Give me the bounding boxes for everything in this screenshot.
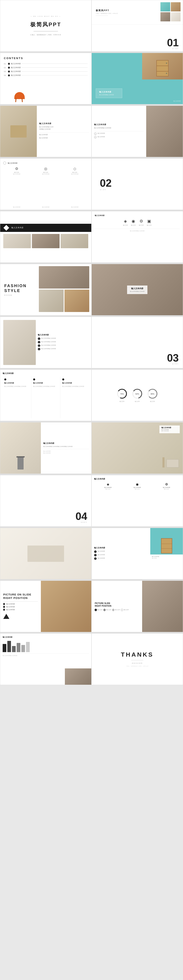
slide-bar-chart: 输入文本内容 输入文本内容输入文本内容 <box>0 633 92 685</box>
banner-text: 输入文本内容 <box>11 226 24 229</box>
diamond-icon-deco: ◇ <box>61 167 88 171</box>
slide-img-right-1: 输入文本内容 输入文本内容输入文本内容 1 输入文本内容 2 输入文本内容 <box>92 105 183 157</box>
fashion-left-area: FASHION STYLE 时尚风格 <box>0 264 37 315</box>
cover-main-title: 极简风PPT <box>30 21 62 28</box>
slide-picture-on-slide: PICTURE ON SLIDERIGHT POSITION 输入文本内容 输入… <box>0 581 92 632</box>
teal-cabinet-image <box>150 528 183 555</box>
slide-three-columns: 输入文本内容 输入文本内容 输入文本内容输入文本内容输入文本内容 输入文本内容 … <box>0 369 92 421</box>
thanks-divider <box>131 660 144 660</box>
cover-top-line: — WE LOVE WHAT WE DO — <box>30 16 61 17</box>
bar-1 <box>3 644 6 652</box>
slide-img-left-1: 输入文本内容 输入文本内容输入文本内容输入文本内容 输入文本内容 输入文本内容 <box>0 105 92 157</box>
fashion-sub: 时尚风格 <box>4 294 33 296</box>
bulb-icon: ◉ <box>131 219 136 224</box>
fashion-title: FASHION STYLE <box>4 283 33 293</box>
thanks-title: THANKS <box>121 651 154 658</box>
diamond-item-2 <box>103 608 106 611</box>
picture-slide-right-title: PICTURE SLIDERIGHT POSITION <box>95 602 139 607</box>
picture-img-area <box>41 581 91 632</box>
mini-sub: 汇报人：创意视觉设计 | 时间：XX年XX月 <box>96 13 118 14</box>
slide-chapter04: 04 第四章节 <box>0 475 92 527</box>
feature-icon-2: ◉ <box>123 482 151 486</box>
diamond-item-4 <box>121 608 123 611</box>
slide-office-overlay: 输入文本内容 输入文本内容 输入文本内容 <box>92 422 183 474</box>
contents-item-4: 04 输入文本内容 <box>4 74 88 76</box>
fashion-right-area <box>37 264 91 315</box>
office-image <box>0 106 37 157</box>
feature-icon-3: ⚙ <box>153 482 180 486</box>
bar-6 <box>26 642 30 652</box>
modern-image-2 <box>0 422 41 474</box>
slide-text-bullets: 输入文本内容 1 输入文本内容输入文本内容 2 输入文本内容输入文本内容 3 输… <box>0 317 92 368</box>
overlay-info-box: 输入文本内容 输入文本内容 输入文本内容 <box>159 425 180 433</box>
slide-chapter02: 02 第二章节 <box>92 158 183 210</box>
slide-thanks: THANKS 感谢您的观看 汇报人：创意视觉设计 | 时间：XX年XX月 <box>92 633 183 685</box>
feature-icon-1: ◈ <box>94 482 122 486</box>
thanks-sub: 感谢您的观看 <box>132 662 143 664</box>
bar-4 <box>17 643 21 652</box>
diamond-item-3 <box>112 608 115 611</box>
chapter03-num: 03 <box>167 353 179 363</box>
progress-circle-1: 75% <box>117 388 128 399</box>
slide-picture-slide-right: PICTURE SLIDERIGHT POSITION 输入文本 输入文本 输入… <box>92 581 183 632</box>
chapter02-num: 02 <box>100 178 112 188</box>
banner-diamond-icon <box>3 225 9 231</box>
slide-icons-1: 输入文本内容 ⚙ 输入文本 输入文本内容 ◎ 输入文本 输入文本内容 ◇ 输入文… <box>0 158 92 210</box>
slide-chapter01-intro: 极简风PPT 汇报人：创意视觉设计 | 时间：XX年XX月 01 第一章节 <box>92 0 183 52</box>
progress-circle-2: 62% <box>132 388 143 399</box>
chart-corner-image <box>65 668 91 685</box>
slide-right-image <box>142 581 183 632</box>
progress-circle-3: 80% <box>147 388 158 399</box>
thanks-extra: 汇报人：创意视觉设计 | 时间：XX年XX月 <box>126 665 148 667</box>
fashion-img-bottom-right <box>65 290 89 312</box>
bar-chart-area <box>3 640 89 652</box>
slide-teal-text: 输入文本内容 输入文本内容输入文本内容 输入文本内容 <box>92 53 183 104</box>
overlay-text-box: 输入文本内容 输入文本内容输入文本内容 <box>127 285 147 294</box>
gear-icon-2: ⚙ <box>139 219 144 224</box>
slide-img-left-2: 输入文本内容 输入文本内容输入文本内容输入文本内容输入文本内容 输入文本内容 输… <box>0 422 92 474</box>
wifi-icon: ◈ <box>123 219 128 224</box>
slide-full-white <box>0 528 92 579</box>
slide-progress-circles: 75% 输入文本 62% 输入文本 <box>92 369 183 421</box>
svg-text:62%: 62% <box>135 393 139 395</box>
orange-chair-decoration <box>13 90 27 102</box>
gear-icon-1: ⚙ <box>3 167 30 171</box>
circle-icon-deco: ◎ <box>32 167 59 171</box>
trash-icon: ▣ <box>147 219 152 224</box>
diamond-icon <box>8 62 10 65</box>
svg-text:80%: 80% <box>150 393 154 395</box>
contents-item-1: 01 输入文本内容 <box>4 62 88 65</box>
teal-bottom-label: 输入文本内容 <box>174 100 181 102</box>
modern-image-left <box>3 320 36 365</box>
svg-text:75%: 75% <box>120 393 124 395</box>
bar-3 <box>12 646 16 652</box>
contents-item-3: 03 输入文本内容 <box>4 70 88 73</box>
dot-icon-2 <box>33 379 35 380</box>
right-position-image <box>41 581 91 632</box>
bar-2 <box>7 641 11 652</box>
slide-contents: CONTENTS 01 输入文本内容 02 输入文本内容 03 输入文本内容 <box>0 53 92 104</box>
contents-title: CONTENTS <box>4 57 88 60</box>
black-banner-area: 输入文本内容 <box>0 224 91 232</box>
teal-text-box: 输入文本内容 输入文本内容输入文本内容 <box>96 88 122 98</box>
fashion-img-bottom-left <box>39 290 64 312</box>
fashion-img-top <box>39 266 89 288</box>
bar-5 <box>21 645 25 652</box>
slide-chapter03: 03 第三章节 <box>92 317 183 368</box>
cover-subtitle: 汇报人：创意视觉设计 | 时间：XX年XX月 <box>30 34 61 36</box>
diamond-icon-4 <box>8 74 10 76</box>
slide-full-image-1: 输入文本内容 输入文本内容输入文本内容 <box>92 264 183 315</box>
content-left-1: 输入文本内容 输入文本内容输入文本内容 1 输入文本内容 2 输入文本内容 <box>92 106 146 157</box>
picture-slide-main-title: PICTURE ON SLIDERIGHT POSITION <box>3 593 38 600</box>
modern-img-1 <box>3 234 31 248</box>
diamond-icon-2 <box>8 67 10 69</box>
diamond-item-1 <box>94 608 97 611</box>
slide-four-icons: 输入文本内容 ◈ 输入文本 ◉ 输入文本 ⚙ 输入文本 ▣ 输入文本 <box>92 211 183 262</box>
picture-text-area: PICTURE ON SLIDERIGHT POSITION 输入文本内容 输入… <box>0 581 41 632</box>
bullet-diamond-3 <box>3 609 5 611</box>
dot-icon-1 <box>4 379 6 380</box>
modern-img-2 <box>32 234 60 248</box>
circle-icon-1 <box>3 162 6 164</box>
chapter01-num: 01 <box>167 37 179 48</box>
mini-title: 极简风PPT <box>96 9 118 12</box>
